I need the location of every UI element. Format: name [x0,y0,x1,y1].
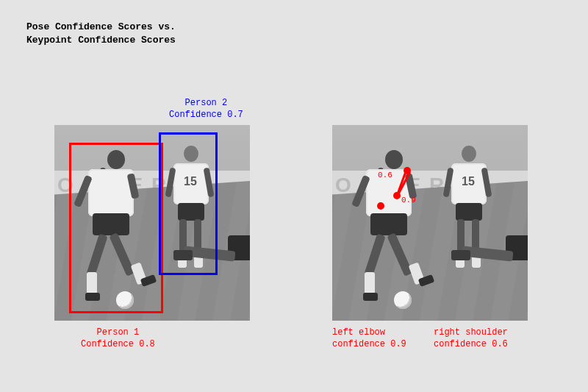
kp-shoulder [404,167,411,174]
opponent-leg-2 [454,235,528,309]
label-right-shoulder: right shoulder confidence 0.6 [434,327,508,350]
kp-elbow [377,202,384,210]
kp-val-elbow: 0.9 [401,196,416,204]
kp-val-shoulder: 0.6 [378,171,392,179]
left-panel: O C C E R 15 [54,125,250,321]
page-title: Pose Confidence Scores vs. Keypoint Conf… [26,21,176,47]
label-person-2: Person 2 Confidence 0.7 [169,97,243,121]
kp-mid [393,192,401,199]
right-panel: O C C E R 15 0.6 [332,125,528,321]
bbox-person-1 [69,143,163,313]
jersey-number-2: 15 [462,175,475,188]
player-1b [332,125,450,321]
label-left-elbow: left elbow confidence 0.9 [332,327,406,350]
bbox-person-2 [159,132,218,275]
soccer-ball-2 [394,291,412,309]
label-person-1: Person 1 Confidence 0.8 [81,327,155,350]
